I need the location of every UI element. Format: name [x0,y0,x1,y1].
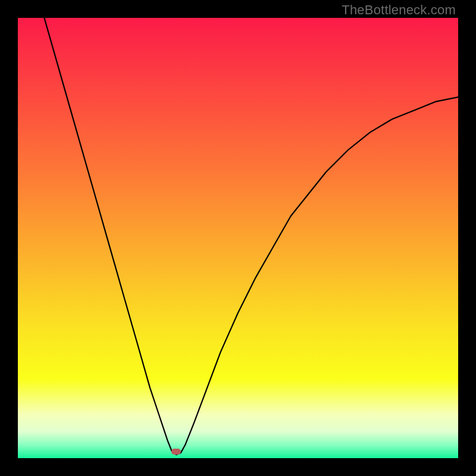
dip-marker [171,449,181,455]
bottleneck-curve [44,18,458,455]
chart-frame: TheBottleneck.com [0,0,476,476]
curve-layer [18,18,458,458]
plot-area [18,18,458,458]
watermark-text: TheBottleneck.com [342,2,456,18]
